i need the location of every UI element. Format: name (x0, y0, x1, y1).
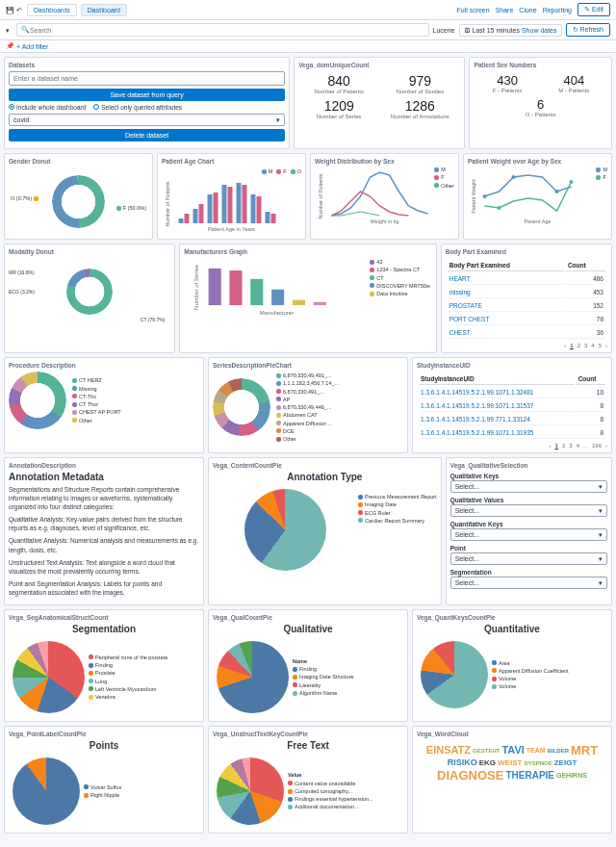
save-icon[interactable]: 💾 (6, 7, 13, 13)
query-lang[interactable]: Lucene (433, 27, 455, 34)
segmentation-pie[interactable] (13, 641, 85, 713)
legend: 6,870,330,49,491_... 1,1,1,182,3,456,7,1… (276, 372, 339, 443)
panel-freetext-pie: Vega_UnstructTextKeyCountPie Free Text V… (208, 726, 408, 834)
link-clone[interactable]: Clone (519, 7, 536, 13)
svg-text:Number of Patients: Number of Patients (165, 181, 170, 226)
table-row[interactable]: missing453 (448, 287, 605, 298)
panel-weight-age: Patient Weight over Age by Sex M F Patie… (463, 153, 612, 240)
wordcloud[interactable]: EINSATZGESTEHTTAVITEAMBILDERMRTRISIKOEKG… (417, 740, 607, 785)
table-row[interactable]: 1.3.6.1.4.1.14519.5.2.1.99.1071.1.319358 (419, 427, 605, 439)
freetext-pie[interactable] (217, 757, 284, 825)
heading: Free Text (213, 740, 403, 751)
gender-donut[interactable] (52, 175, 105, 228)
show-dates[interactable]: Show dates (522, 27, 557, 34)
dataset-select[interactable]: covid ▾ (9, 114, 285, 126)
select-point[interactable]: Select...▾ (450, 552, 607, 565)
filter-icon[interactable]: ▾ (6, 27, 13, 34)
metric-studies: 979Number of Studies (381, 71, 459, 96)
panel-title: Datasets (9, 62, 285, 68)
link-fullscreen[interactable]: Full screen (456, 7, 489, 13)
svg-rect-5 (214, 192, 218, 223)
svg-point-21 (498, 206, 501, 210)
svg-text:Number of Series: Number of Series (193, 265, 199, 310)
pager[interactable]: ‹ 1 2 3 4 ... 196 › (417, 443, 607, 449)
svg-point-18 (483, 194, 487, 198)
age-bar-chart[interactable]: Patient Age in Years Number of Patients (162, 175, 301, 233)
table-row[interactable]: CHEST36 (448, 327, 605, 339)
svg-rect-7 (228, 187, 233, 223)
metric-patients: 840Number of Patients (300, 71, 378, 96)
manuf-bar-chart[interactable]: Manufacturer Number of Series (184, 258, 370, 316)
add-filter[interactable]: 📌 + Add filter (6, 42, 48, 50)
col-header[interactable]: Count (566, 260, 605, 271)
pager[interactable]: ‹ 1 2 3 4 5 › (446, 343, 607, 348)
modality-donut[interactable] (66, 269, 113, 315)
table-row[interactable]: 1.3.6.1.4.1.14519.5.2.1.99.1071.1.324811… (419, 387, 605, 398)
word: WEIST (498, 759, 522, 767)
annotation-type-pie[interactable] (244, 489, 326, 571)
table-row[interactable]: 1.3.6.1.4.1.14519.5.2.1.99.771.1.331248 (419, 414, 605, 425)
word: EKG (479, 759, 496, 767)
panel-title: Procedure Description (9, 362, 199, 369)
panel-unique-count: Vega_domUniqueCount 840Number of Patient… (294, 57, 465, 149)
dataset-name-input[interactable] (9, 71, 285, 86)
select-qual-values[interactable]: Select...▾ (450, 504, 607, 517)
radio-select[interactable]: Select only queried attributes (93, 104, 182, 111)
search-input[interactable]: 🔍 (16, 23, 429, 37)
panel-title: Patient Weight over Age by Sex (468, 158, 607, 165)
link-reporting[interactable]: Reporting (543, 7, 572, 13)
panel-title: Modality Donut (9, 248, 170, 255)
word: GESTEHT (473, 748, 500, 754)
undo-icon[interactable]: ↶ (16, 7, 23, 13)
panel-title: SeriesDescriptionPieChart (213, 362, 403, 369)
svg-rect-27 (251, 279, 264, 305)
svg-rect-8 (237, 183, 242, 223)
timepicker[interactable]: 🗓 Last 15 minutes Show dates (459, 24, 562, 37)
table-row[interactable]: HEART486 (448, 273, 605, 285)
radio-include[interactable]: Include whole dashboard (9, 104, 86, 111)
calendar-icon: 🗓 (464, 27, 471, 34)
breadcrumb-current[interactable]: Dashboard (81, 4, 127, 16)
heading: Annotation Type (213, 472, 437, 482)
save-dataset-button[interactable]: Save dataset from query (9, 89, 285, 101)
select-quant-keys[interactable]: Select...▾ (450, 528, 607, 541)
word: GEHIRNS (556, 772, 587, 779)
quantitative-pie[interactable] (421, 641, 488, 708)
weight-age-chart[interactable]: Patient Age Patient Weight (468, 167, 607, 225)
delete-dataset-button[interactable]: Delete dataset (9, 129, 285, 141)
breadcrumb-parent[interactable]: Dashboards (27, 4, 77, 16)
word: EINSATZ (426, 745, 471, 756)
points-pie[interactable] (13, 757, 80, 825)
word: DIAGNOSE (437, 769, 503, 782)
qualitative-pie[interactable] (217, 641, 289, 713)
metric-o: 6O - Patients (474, 95, 607, 119)
col-header[interactable]: Body Part Examined (448, 260, 564, 271)
panel-annotation-desc: AnnotationDescription Annotation Metadat… (4, 457, 204, 605)
select-qual-keys[interactable]: Select...▾ (450, 480, 607, 493)
svg-text:Patient Age in Years: Patient Age in Years (208, 226, 255, 232)
link-share[interactable]: Share (496, 7, 514, 13)
panel-title: Vega_domUniqueCount (298, 62, 460, 68)
select-segmentation[interactable]: Select...▾ (450, 577, 607, 589)
legend: Vulvar Suffus Right Nipple (84, 783, 121, 800)
heading: Annotation Metadata (9, 472, 199, 482)
bodypart-table: Body Part ExaminedCount HEART486 missing… (446, 258, 607, 341)
metric-m: 404M - Patients (542, 71, 606, 95)
heading: Segmentation (9, 624, 199, 634)
panel-title: Vega_QualitativeSelection (450, 462, 607, 469)
col-header[interactable]: StudyInstanceUID (419, 373, 575, 385)
refresh-button[interactable]: ↻ Refresh (566, 23, 610, 37)
panel-points: Vega_PointLabelCountPie Points Vulvar Su… (4, 726, 204, 834)
panel-title: Vega_PointLabelCountPie (9, 731, 199, 737)
word: BILDER (548, 748, 569, 754)
svg-text:Patient Weight: Patient Weight (471, 179, 476, 214)
table-row[interactable]: 1.3.6.1.4.1.14519.5.2.1.99.1071.1.315378 (419, 400, 605, 412)
edit-button[interactable]: ✎ Edit (578, 3, 610, 16)
panel-study-uid: StudyInstanceUID StudyInstanceUIDCount 1… (412, 357, 612, 453)
series-donut[interactable] (213, 378, 270, 436)
procedure-donut[interactable] (9, 372, 66, 429)
table-row[interactable]: PORT CHEST78 (448, 314, 605, 325)
legend: Area Apparent Diffusion Coefficient Volu… (492, 659, 569, 691)
table-row[interactable]: PROSTATE152 (448, 300, 605, 312)
col-header[interactable]: Count (577, 373, 605, 385)
